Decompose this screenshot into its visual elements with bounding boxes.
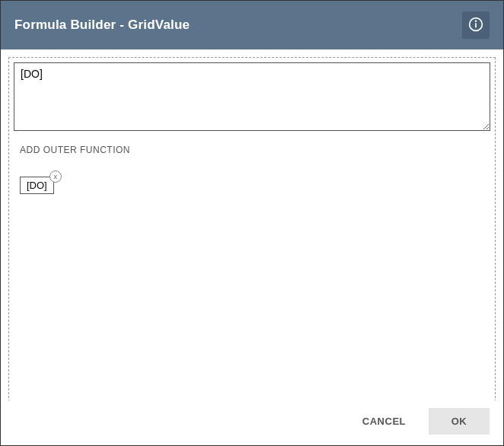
panels-container: ADD OUTER FUNCTION [DO] x [14,135,490,400]
right-panel [256,135,491,400]
token-remove-button[interactable]: x [49,170,62,183]
formula-builder-dialog: Formula Builder - GridValue ADD OUTER FU… [0,0,504,446]
formula-input[interactable] [14,62,490,131]
outer-scrollbar[interactable] [491,57,503,393]
dialog-body: ADD OUTER FUNCTION [DO] x [1,49,503,400]
add-outer-function-label: ADD OUTER FUNCTION [17,140,252,169]
info-icon [468,17,483,34]
formula-token[interactable]: [DO] [20,177,54,194]
svg-point-2 [476,21,477,21]
dialog-title: Formula Builder - GridValue [14,18,190,33]
ok-button[interactable]: OK [429,408,490,435]
cancel-button[interactable]: CANCEL [347,408,421,435]
info-button[interactable] [462,11,490,39]
dialog-header: Formula Builder - GridValue [1,1,503,49]
left-panel: ADD OUTER FUNCTION [DO] x [14,135,256,400]
dialog-body-inner: ADD OUTER FUNCTION [DO] x [8,57,496,400]
dialog-footer: CANCEL OK [1,400,503,445]
token-container: [DO] x [20,177,54,194]
